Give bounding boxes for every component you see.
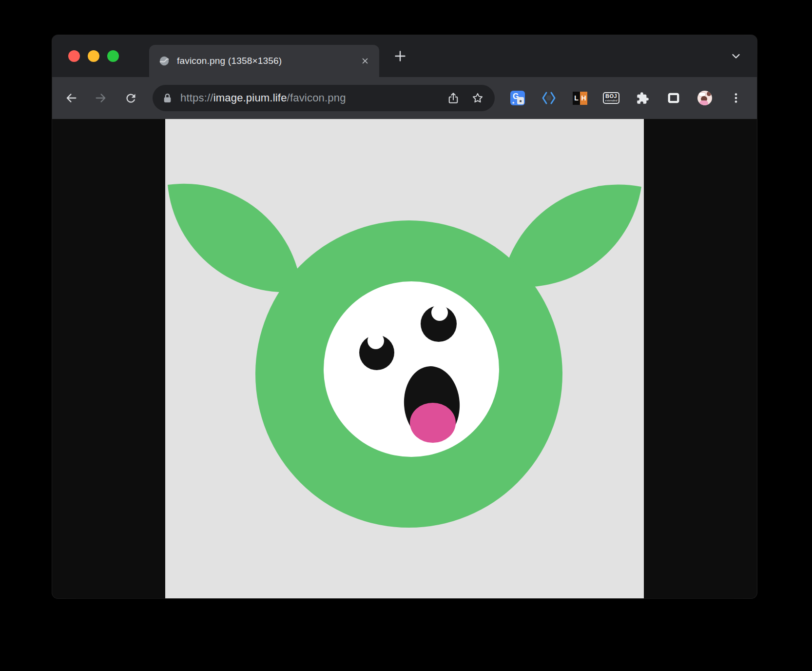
browser-window: favicon.png (1358×1356)	[52, 35, 757, 598]
tab-strip: favicon.png (1358×1356)	[52, 35, 757, 77]
share-button[interactable]	[447, 92, 460, 104]
character-face	[324, 281, 499, 457]
arrow-left-icon	[64, 91, 78, 105]
octocat-brackets-icon	[541, 91, 557, 105]
address-bar[interactable]: https://image.pium.life/favicon.png	[153, 85, 495, 111]
favicon-image	[165, 119, 644, 598]
side-panel-icon	[667, 92, 680, 104]
bookmark-button[interactable]	[471, 92, 484, 104]
boj-badge-icon: BOJ extended	[603, 92, 620, 104]
window-controls	[68, 50, 119, 62]
url-path: /favicon.png	[287, 92, 346, 104]
minimize-window-button[interactable]	[88, 50, 99, 62]
boj-title: BOJ	[605, 94, 617, 99]
close-icon	[361, 57, 369, 65]
pium-character-illustration	[165, 119, 644, 598]
puzzle-icon	[636, 92, 649, 105]
translate-star-glyph: ★	[512, 101, 515, 105]
reload-icon	[124, 92, 137, 105]
zoom-window-button[interactable]	[107, 50, 119, 62]
left-eye-highlight	[367, 333, 384, 349]
share-icon	[447, 92, 460, 104]
profile-avatar[interactable]	[696, 90, 713, 106]
translate-card: *	[517, 97, 524, 104]
tongue	[410, 403, 456, 443]
url-host: image.pium.life	[213, 92, 287, 104]
boj-subtitle: extended	[605, 99, 618, 103]
chevron-down-icon	[730, 50, 742, 62]
arrow-right-icon	[94, 91, 108, 105]
extension-google-translate[interactable]: G ★ *	[509, 90, 526, 106]
url-text: https://image.pium.life/favicon.png	[180, 92, 442, 104]
desktop-background: favicon.png (1358×1356)	[0, 0, 812, 671]
extension-leethub[interactable]: L H	[572, 90, 588, 106]
kebab-menu-icon	[730, 92, 742, 104]
toolbar: https://image.pium.life/favicon.png G	[52, 77, 757, 119]
tab-title: favicon.png (1358×1356)	[177, 56, 354, 66]
page-content	[52, 119, 757, 598]
plus-icon	[393, 49, 407, 63]
active-tab[interactable]: favicon.png (1358×1356)	[149, 45, 379, 77]
avatar-small-head	[707, 92, 711, 96]
avatar	[697, 91, 712, 105]
right-eye-highlight	[431, 304, 448, 321]
leethub-icon: L H	[573, 92, 587, 105]
new-tab-button[interactable]	[392, 48, 408, 64]
lock-icon	[163, 93, 172, 103]
close-window-button[interactable]	[68, 50, 80, 62]
leethub-right-tile: H	[580, 92, 587, 105]
translate-icon: G ★ *	[510, 91, 525, 105]
extension-github-brackets[interactable]	[541, 90, 557, 106]
forward-button[interactable]	[93, 90, 109, 106]
tab-search-button[interactable]	[728, 48, 744, 64]
translate-card-glyph: *	[519, 99, 522, 105]
browser-menu-button[interactable]	[728, 90, 744, 106]
globe-favicon-icon	[159, 56, 170, 66]
side-panel-button[interactable]	[665, 90, 682, 106]
leethub-left-tile: L	[573, 92, 580, 105]
extensions-menu-button[interactable]	[634, 90, 651, 106]
extension-boj-extended[interactable]: BOJ extended	[603, 90, 619, 106]
star-icon	[471, 92, 484, 104]
back-button[interactable]	[63, 90, 79, 106]
tab-close-icon[interactable]	[359, 55, 371, 67]
reload-button[interactable]	[122, 90, 139, 106]
avatar-body	[699, 100, 708, 105]
url-scheme: https://	[180, 92, 213, 104]
extensions-row: G ★ * L	[509, 90, 744, 106]
